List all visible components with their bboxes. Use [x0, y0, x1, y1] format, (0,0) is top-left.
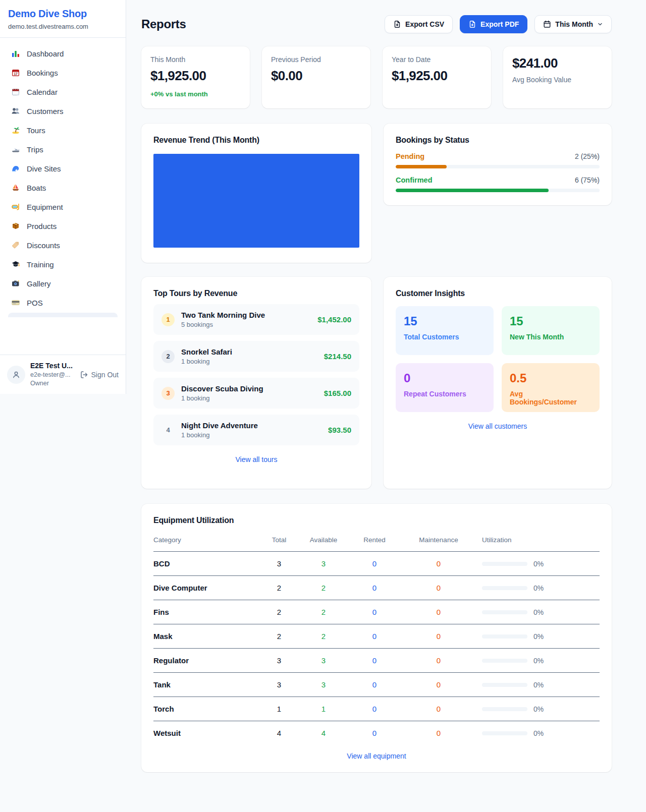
bar-chart-icon	[11, 49, 20, 58]
sidebar-item-dashboard[interactable]: Dashboard	[4, 44, 122, 63]
sidebar-item-training[interactable]: Training	[4, 255, 122, 274]
sign-out-button[interactable]: Sign Out	[80, 371, 119, 379]
cell-maintenance: 0	[403, 624, 474, 649]
tile-value: 15	[404, 314, 486, 328]
calendar-icon	[543, 20, 551, 28]
sailboat-icon	[11, 183, 20, 192]
tour-name: Discover Scuba Diving	[181, 384, 263, 393]
cell-rented: 0	[346, 649, 403, 673]
status-progress-fill	[396, 189, 549, 192]
column-header-maintenance: Maintenance	[403, 532, 474, 552]
table-row: Torch 1 1 0 0 0%	[153, 697, 600, 721]
sidebar: Demo Dive Shop demo.test.divestreams.com…	[0, 0, 126, 394]
sidebar-item-boats[interactable]: Boats	[4, 178, 122, 197]
stat-value: $241.00	[512, 55, 603, 71]
equipment-table: Category Total Available Rented Maintena…	[153, 532, 600, 745]
sidebar-item-calendar[interactable]: Calendar	[4, 82, 122, 101]
lists-row: Top Tours by Revenue 1 Two Tank Morning …	[141, 277, 612, 489]
cell-available: 3	[301, 673, 346, 697]
export-pdf-button[interactable]: Export PDF	[460, 15, 527, 33]
page-header: Reports Export CSV Export PDF This Month	[141, 15, 612, 33]
sidebar-item-label: Calendar	[27, 88, 58, 96]
sidebar-item-pos[interactable]: POS	[4, 293, 122, 312]
cell-category: Wetsuit	[153, 721, 257, 745]
utilization-percent: 0%	[533, 608, 544, 616]
table-row: BCD 3 3 0 0 0%	[153, 552, 600, 576]
sidebar-item-reports-partial[interactable]	[8, 313, 118, 317]
cell-available: 2	[301, 600, 346, 624]
avatar	[7, 366, 25, 384]
tour-list-item: 1 Two Tank Morning Dive 5 bookings $1,45…	[153, 304, 359, 335]
sidebar-item-bookings[interactable]: 17 Bookings	[4, 63, 122, 82]
table-row: Wetsuit 4 4 0 0 0%	[153, 721, 600, 745]
column-header-total: Total	[257, 532, 301, 552]
sidebar-item-label: Customers	[27, 107, 64, 115]
tour-bookings: 5 bookings	[181, 321, 265, 328]
stat-card-year-to-date: Year to Date $1,925.00	[383, 46, 491, 108]
rank-badge: 3	[162, 387, 175, 400]
package-icon	[11, 221, 20, 230]
sidebar-item-label: Tours	[27, 126, 45, 135]
utilization-bar	[482, 586, 527, 590]
tour-amount: $1,452.00	[317, 315, 351, 324]
tour-amount: $165.00	[324, 389, 351, 397]
bookings-by-status-title: Bookings by Status	[396, 136, 600, 145]
equipment-utilization-card: Equipment Utilization Category Total Ava…	[141, 504, 612, 772]
cell-total: 3	[257, 552, 301, 576]
cell-category: Dive Computer	[153, 576, 257, 600]
cell-maintenance: 0	[403, 576, 474, 600]
cell-available: 2	[301, 624, 346, 649]
sidebar-item-trips[interactable]: Trips	[4, 140, 122, 159]
insight-tile-avg-bookings: 0.5 Avg Bookings/Customer	[502, 363, 600, 412]
export-csv-button[interactable]: Export CSV	[385, 15, 453, 33]
table-row: Mask 2 2 0 0 0%	[153, 624, 600, 649]
table-row: Regulator 3 3 0 0 0%	[153, 649, 600, 673]
utilization-bar	[482, 634, 527, 639]
status-label: Confirmed	[396, 176, 433, 184]
export-csv-label: Export CSV	[405, 20, 444, 28]
tile-label: Total Customers	[404, 333, 486, 341]
view-all-tours-link[interactable]: View all tours	[153, 455, 359, 463]
stat-value: $0.00	[271, 68, 361, 84]
utilization-percent: 0%	[533, 681, 544, 689]
cell-total: 3	[257, 649, 301, 673]
sidebar-item-customers[interactable]: Customers	[4, 101, 122, 121]
cell-total: 2	[257, 624, 301, 649]
main-content: Reports Export CSV Export PDF This Month…	[141, 0, 612, 772]
column-header-category: Category	[153, 532, 257, 552]
table-row: Dive Computer 2 2 0 0 0%	[153, 576, 600, 600]
column-header-utilization: Utilization	[474, 532, 600, 552]
tag-icon	[11, 241, 20, 250]
sidebar-item-gallery[interactable]: Gallery	[4, 274, 122, 293]
sidebar-item-dive-sites[interactable]: Dive Sites	[4, 159, 122, 178]
view-all-customers-link[interactable]: View all customers	[396, 422, 600, 430]
tour-amount: $93.50	[328, 426, 351, 434]
tile-label: Avg Bookings/Customer	[510, 390, 591, 406]
brand: Demo Dive Shop demo.test.divestreams.com	[0, 0, 126, 38]
tile-value: 15	[510, 314, 591, 328]
cell-rented: 0	[346, 673, 403, 697]
stat-label: Previous Period	[271, 55, 361, 64]
period-label: This Month	[555, 20, 593, 28]
revenue-trend-chart	[153, 154, 359, 248]
cell-total: 2	[257, 576, 301, 600]
cell-category: Tank	[153, 673, 257, 697]
view-all-equipment-link[interactable]: View all equipment	[153, 752, 600, 760]
sidebar-item-discounts[interactable]: Discounts	[4, 236, 122, 255]
revenue-trend-title: Revenue Trend (This Month)	[153, 136, 359, 145]
tile-value: 0.5	[510, 371, 591, 385]
sidebar-nav: Dashboard 17 Bookings Calendar Customers…	[0, 38, 126, 317]
status-progress-fill	[396, 165, 447, 168]
cell-available: 2	[301, 576, 346, 600]
sidebar-item-products[interactable]: Products	[4, 216, 122, 236]
sidebar-item-label: POS	[27, 299, 43, 307]
sidebar-item-equipment[interactable]: Equipment	[4, 197, 122, 216]
credit-card-icon	[11, 298, 20, 307]
sidebar-item-tours[interactable]: Tours	[4, 121, 122, 140]
utilization-bar	[482, 659, 527, 663]
column-header-rented: Rented	[346, 532, 403, 552]
status-row-pending: Pending 2 (25%)	[396, 152, 600, 168]
user-info: E2E Test U... e2e-tester@... Owner	[30, 361, 75, 388]
period-dropdown[interactable]: This Month	[534, 15, 612, 33]
utilization-percent: 0%	[533, 632, 544, 641]
